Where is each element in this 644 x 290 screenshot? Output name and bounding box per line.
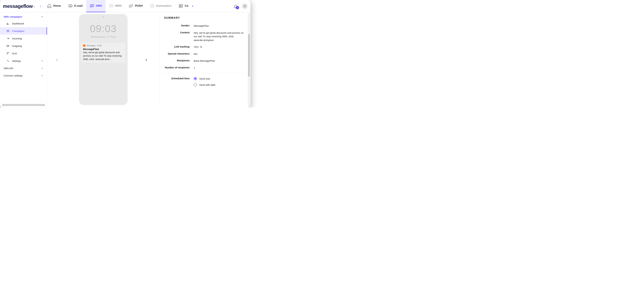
svg-rect-23 xyxy=(7,45,8,47)
sidebar-section-label: SMS API xyxy=(4,67,13,70)
nav-email-label: E-mail xyxy=(74,4,82,8)
nav-scroll-left[interactable] xyxy=(38,3,44,9)
contacts-icon xyxy=(178,4,183,8)
sidebar: SMS campaigns Dashboard Campaigns xyxy=(0,12,47,107)
sidebar-item-incoming[interactable]: Incoming xyxy=(0,35,47,42)
campaigns-icon xyxy=(6,30,10,32)
nav-email[interactable]: @ E-mail xyxy=(64,0,86,12)
sidebar-item-hlr[interactable]: HLR xyxy=(0,50,47,57)
summary-label: Recipients: xyxy=(164,59,190,62)
summary-row-special-chars: Special characters: NO xyxy=(164,52,246,56)
scrollbar-thumb[interactable] xyxy=(4,104,43,106)
notification-card: Messages 10:00 MessageFlow Hey, we've go… xyxy=(81,43,126,63)
content-area: 09:03 Wednesday, 17 April Messages 10:00… xyxy=(47,12,250,107)
summary-row-recipients: Recipients: Baza MessageFlow xyxy=(164,59,246,63)
notification-header: Messages 10:00 xyxy=(83,45,124,47)
svg-rect-2 xyxy=(90,5,94,7)
logo: messageflow ™ xyxy=(3,4,38,9)
user-avatar[interactable] xyxy=(242,4,248,9)
sidebar-item-campaigns[interactable]: Campaigns xyxy=(0,27,47,35)
notifications-badge: 2 xyxy=(236,6,239,9)
messages-app-icon xyxy=(83,45,86,47)
nav-scroll-right[interactable] xyxy=(190,5,196,8)
schedule-now-label: Send now xyxy=(199,77,210,80)
nav-automation[interactable]: Automation xyxy=(146,0,175,12)
push-icon xyxy=(129,4,133,8)
radio-selected-icon xyxy=(194,77,197,80)
notification-app-name: Messages xyxy=(87,45,96,47)
nav-home-label: Home xyxy=(53,4,61,8)
summary-value: NO xyxy=(194,52,246,56)
app-window: messageflow ™ Home @ E-mail xyxy=(0,0,250,107)
vertical-scrollbar[interactable] xyxy=(248,13,250,106)
nav-mms[interactable]: MMS xyxy=(106,0,126,12)
sidebar-section-sms-campaigns[interactable]: SMS campaigns xyxy=(0,12,47,20)
top-nav: Home @ E-mail SMS MMS xyxy=(44,0,189,12)
summary-row-scheduled: Scheduled time: Send now Send with date xyxy=(164,77,246,89)
nav-mms-label: MMS xyxy=(115,4,122,8)
main-body: SMS campaigns Dashboard Campaigns xyxy=(0,12,250,107)
preview-prev-button[interactable] xyxy=(54,57,60,63)
sidebar-item-label: HLR xyxy=(12,52,17,55)
notifications-button[interactable]: 2 xyxy=(234,4,238,8)
nav-push[interactable]: PUSH xyxy=(125,0,146,12)
summary-row-sender: Sender: MessageFlow xyxy=(164,24,246,28)
svg-point-33 xyxy=(200,46,202,48)
sidebar-item-settings[interactable]: Settings xyxy=(0,57,47,65)
summary-row-link-tracking: Link tracking: YES xyxy=(164,45,246,49)
summary-label: Content: xyxy=(164,31,190,34)
topbar: messageflow ™ Home @ E-mail xyxy=(0,0,250,12)
summary-label: Number of recipients: xyxy=(164,66,190,69)
summary-row-num-recipients: Number of recipients: 1 xyxy=(164,66,246,70)
preview-column: 09:03 Wednesday, 17 April Messages 10:00… xyxy=(47,12,159,107)
notification-sender: MessageFlow xyxy=(83,48,124,51)
sidebar-item-outgoing[interactable]: Outgoing xyxy=(0,42,47,50)
schedule-option-now[interactable]: Send now xyxy=(194,77,246,80)
summary-label: Sender: xyxy=(164,24,190,27)
incoming-icon xyxy=(6,37,10,40)
svg-line-34 xyxy=(202,47,202,48)
phone-date: Wednesday, 17 April xyxy=(80,35,127,39)
nav-sms[interactable]: SMS xyxy=(86,0,106,12)
summary-label: Link tracking: xyxy=(164,45,190,48)
automation-icon xyxy=(150,4,154,8)
sidebar-item-label: Settings xyxy=(12,60,21,62)
sidebar-item-label: Incoming xyxy=(12,37,22,40)
chevron-down-icon xyxy=(41,75,44,77)
summary-value: MessageFlow xyxy=(194,24,246,28)
nav-home[interactable]: Home xyxy=(44,0,64,12)
magnifier-icon[interactable] xyxy=(200,46,202,48)
phone-clock: 09:03 xyxy=(80,23,127,34)
summary-label: Special characters: xyxy=(164,52,190,55)
schedule-date-label: Send with date xyxy=(199,84,215,86)
scrollbar-thumb[interactable] xyxy=(248,34,250,77)
summary-value: YES xyxy=(194,45,246,49)
sidebar-horizontal-scrollbar[interactable]: ◀ ▶ xyxy=(2,104,45,106)
summary-value: 1 xyxy=(194,66,246,70)
svg-rect-7 xyxy=(129,5,132,7)
top-actions: 2 xyxy=(230,4,248,9)
email-icon: @ xyxy=(68,4,73,8)
hlr-icon xyxy=(6,52,10,55)
sidebar-item-label: Dashboard xyxy=(12,22,24,25)
svg-point-31 xyxy=(7,60,8,61)
logo-trademark: ™ xyxy=(33,6,35,8)
sidebar-section-sms-api[interactable]: SMS API xyxy=(0,65,47,72)
user-icon xyxy=(243,5,246,8)
sidebar-item-dashboard[interactable]: Dashboard xyxy=(0,20,47,27)
sidebar-item-label: Campaigns xyxy=(12,30,24,32)
summary-row-content: Content: Hey, we've got great discounts … xyxy=(164,31,246,42)
svg-rect-20 xyxy=(7,30,9,32)
nav-sms-label: SMS xyxy=(96,4,102,8)
settings-icon xyxy=(6,59,10,62)
preview-next-button[interactable] xyxy=(143,57,150,63)
radio-unselected-icon xyxy=(194,83,197,86)
sms-icon xyxy=(90,4,94,8)
schedule-option-date[interactable]: Send with date xyxy=(194,83,246,86)
sidebar-section-common-settings[interactable]: Common settings xyxy=(0,72,47,79)
nav-contacts-label: Co xyxy=(185,4,188,8)
sidebar-section-label: SMS campaigns xyxy=(4,15,22,18)
nav-contacts[interactable]: Co xyxy=(175,0,190,12)
outgoing-icon xyxy=(6,45,10,47)
svg-point-11 xyxy=(180,5,181,6)
